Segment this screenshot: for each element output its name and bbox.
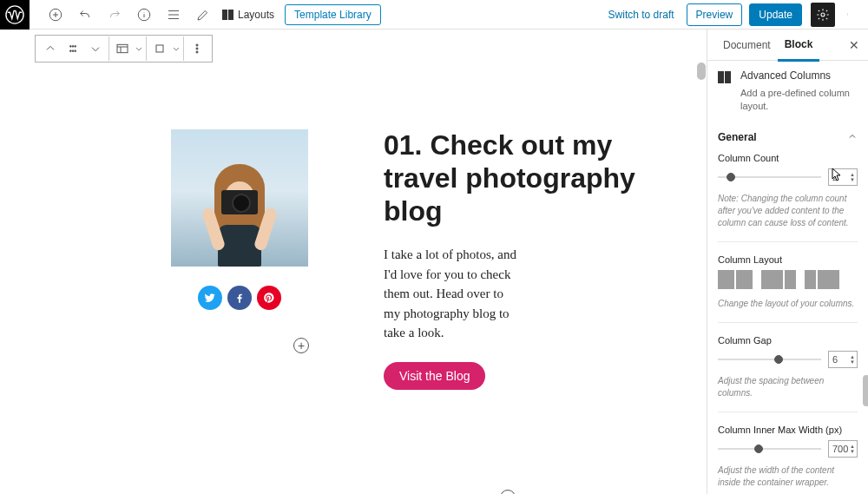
column-count-input[interactable]: 2 ▲▼ — [828, 168, 858, 186]
outline-button[interactable] — [163, 4, 184, 25]
add-block-inline-1[interactable]: + — [293, 338, 309, 353]
tab-document[interactable]: Document — [716, 30, 778, 60]
chevron-up-icon — [847, 131, 858, 144]
inner-width-hint: Adjust the width of the content inside t… — [718, 464, 858, 489]
svg-point-5 — [847, 14, 848, 15]
column-count-note: Note: Changing the column count after yo… — [718, 193, 858, 229]
facebook-icon[interactable] — [227, 286, 252, 310]
svg-point-3 — [821, 13, 825, 16]
social-icons — [198, 286, 281, 310]
info-button[interactable] — [134, 4, 155, 25]
column-right[interactable]: 01. Check out my travel photography blog… — [309, 129, 656, 390]
redo-button[interactable] — [104, 4, 125, 25]
block-description-text: Add a pre-defined column layout. — [707, 87, 868, 122]
layouts-button[interactable]: Layouts — [222, 9, 274, 21]
spinner-icon[interactable]: ▲▼ — [850, 444, 855, 454]
update-button[interactable]: Update — [749, 3, 802, 26]
template-library-button[interactable]: Template Library — [285, 4, 381, 25]
more-menu-button[interactable] — [840, 8, 858, 22]
inner-width-slider[interactable] — [718, 448, 821, 450]
column-count-label: Column Count — [718, 153, 858, 163]
sidebar-close-icon[interactable]: ✕ — [849, 38, 859, 52]
twitter-icon[interactable] — [198, 286, 222, 310]
visit-blog-button[interactable]: Visit the Blog — [384, 362, 485, 390]
sidebar-scrollbar-thumb[interactable] — [863, 375, 868, 406]
columns-block[interactable]: 01. Check out my travel photography blog… — [170, 129, 656, 390]
preview-button[interactable]: Preview — [687, 3, 743, 26]
editor-scrollbar-thumb[interactable] — [697, 63, 706, 80]
add-block-button[interactable] — [45, 4, 66, 25]
panel-general-body: Column Count 2 ▲▼ Note: Changing the col… — [707, 153, 868, 494]
panel-general-label: General — [718, 131, 757, 143]
svg-point-6 — [847, 15, 848, 16]
inner-width-label: Column Inner Max Width (px) — [718, 425, 858, 435]
svg-point-0 — [6, 6, 23, 23]
column-layout-label: Column Layout — [718, 254, 858, 265]
settings-button[interactable] — [811, 3, 835, 27]
layout-option-66-33[interactable] — [761, 270, 796, 289]
inner-width-input[interactable]: 700 ▲▼ — [828, 440, 858, 458]
layout-option-33-66[interactable] — [805, 270, 839, 289]
edit-button[interactable] — [193, 4, 214, 25]
column-left[interactable] — [170, 129, 309, 390]
column-gap-label: Column Gap — [718, 335, 858, 346]
block-name-label: Advanced Columns — [740, 69, 831, 82]
editor-canvas: 01. Check out my travel photography blog… — [0, 30, 707, 494]
photographer-image — [171, 129, 308, 267]
column-layout-options — [718, 270, 858, 289]
column-gap-hint: Adjust the spacing between columns. — [718, 375, 858, 399]
spinner-icon[interactable]: ▲▼ — [850, 172, 855, 182]
column-gap-slider[interactable] — [718, 359, 821, 360]
sidebar-tabs: Document Block ✕ — [707, 30, 868, 61]
svg-point-4 — [847, 13, 848, 14]
switch-to-draft-link[interactable]: Switch to draft — [608, 9, 674, 21]
pinterest-icon[interactable] — [257, 286, 281, 310]
add-block-inline-2[interactable]: + — [500, 490, 516, 494]
column-count-slider[interactable] — [718, 176, 821, 178]
undo-button[interactable] — [75, 4, 95, 25]
block-description-header: Advanced Columns — [707, 61, 868, 87]
layout-option-50-50[interactable] — [718, 270, 753, 289]
column-gap-input[interactable]: 6 ▲▼ — [828, 351, 858, 368]
content-paragraph[interactable]: I take a lot of photos, and I'd love for… — [384, 245, 519, 343]
settings-sidebar: Document Block ✕ Advanced Columns Add a … — [707, 30, 868, 494]
tab-block[interactable]: Block — [778, 30, 820, 62]
content-heading[interactable]: 01. Check out my travel photography blog — [384, 129, 656, 227]
spinner-icon[interactable]: ▲▼ — [850, 354, 855, 365]
columns-icon — [718, 71, 733, 83]
panel-general-toggle[interactable]: General — [707, 122, 868, 153]
column-layout-hint: Change the layout of your columns. — [718, 298, 858, 310]
top-toolbar: Layouts Template Library Switch to draft… — [30, 0, 868, 30]
wordpress-logo[interactable] — [0, 0, 30, 30]
